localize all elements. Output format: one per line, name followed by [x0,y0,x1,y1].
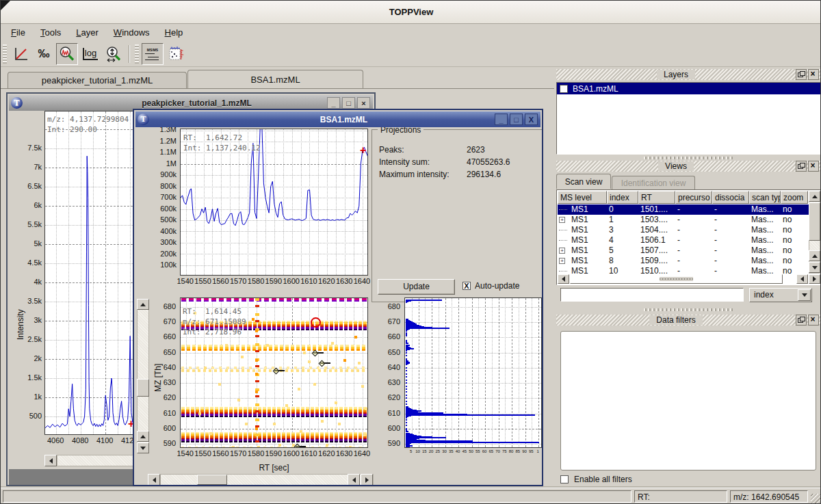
close-button[interactable]: × [357,97,370,109]
status-rt: RT: [634,490,727,503]
table-cell: - [675,204,712,215]
scroll-down-button[interactable] [809,262,820,273]
app-title-bar[interactable]: TOPPView [1,1,821,24]
scan-search-input[interactable] [560,288,744,302]
table-row[interactable]: MS101501....--Mas...no [558,204,809,215]
reset-axes-button[interactable] [10,43,31,65]
auto-update-checkbox[interactable] [462,282,471,290]
minimize-button[interactable]: _ [495,114,508,125]
gridline [499,298,499,447]
resize-grip[interactable] [811,494,820,503]
dropdown-arrow-icon[interactable] [798,289,811,301]
projection-bar [406,397,407,399]
expand-icon[interactable]: + [559,217,565,223]
scrollbar-thumb[interactable] [809,202,820,241]
column-header-index[interactable]: index [607,191,638,204]
heatmap-horizontal-scrollbar[interactable] [160,474,374,486]
gridline [505,298,506,447]
menu-tools[interactable]: Tools [33,25,68,40]
log-intensity-button[interactable]: log [79,43,101,65]
search-column-dropdown[interactable]: index [749,288,812,302]
gridline [485,298,486,447]
column-header-scan-typ[interactable]: scan typ [749,191,781,204]
gridline [465,298,466,447]
tick-label: 10 [415,449,420,453]
zoom-mode-button[interactable] [56,43,78,65]
data-filters-list[interactable] [560,331,816,470]
float-panel-icon[interactable] [796,69,807,80]
menu-layer[interactable]: Layer [68,25,106,40]
scrollbar-thumb[interactable] [570,274,783,284]
maximize-button[interactable]: □ [510,114,523,125]
window-bsa1[interactable]: T BSA1.mzML _ □ X 1.3M1.2M1.1M1M900k800k… [133,109,543,486]
scroll-up-button[interactable] [809,191,820,202]
table-cell: no [781,215,808,225]
panel-splitter[interactable] [644,157,733,159]
mz-projection-canvas[interactable] [404,297,542,448]
scroll-right-button[interactable] [809,274,820,284]
table-cell: 8 [607,256,638,266]
close-panel-icon[interactable] [808,69,819,80]
layer-item-bsa1[interactable]: BSA1.mzML [557,83,821,94]
column-header-dissocia[interactable]: dissocia [712,191,749,204]
table-cell: MS1 [569,235,607,246]
status-mz: m/z: 1642.690545 [730,490,808,503]
y-zoom-button[interactable] [103,43,125,65]
scroll-left-button[interactable] [148,474,160,486]
scroll-left-button-2[interactable] [348,474,360,486]
toolbar-separator [129,45,129,63]
tick-label: 2.5k [27,335,42,343]
msms-view-button[interactable]: MS/MS [142,43,164,65]
close-panel-icon[interactable] [808,315,819,326]
float-panel-icon[interactable] [796,161,807,172]
scan-table[interactable]: MS levelindexRTprecursodissociascan typz… [556,189,821,285]
dot-plot-button[interactable] [165,43,187,65]
intensity-permille-button[interactable]: ‰ [33,43,55,65]
scroll-left-button-2[interactable] [796,274,808,284]
expand-icon[interactable]: + [559,258,565,264]
float-panel-icon[interactable] [796,315,807,326]
toolbar-handle[interactable] [3,44,7,64]
expand-icon[interactable]: + [559,248,565,254]
tab-identification-view[interactable]: Identification view [612,176,695,189]
close-panel-icon[interactable] [808,161,819,172]
minimize-button[interactable]: _ [327,97,340,109]
tick-label: 95 [529,449,534,453]
layers-panel-header[interactable]: Layers [556,69,820,80]
column-header-rt[interactable]: RT [638,191,675,204]
tab-scan-view[interactable]: Scan view [556,174,611,189]
tab-bsa1[interactable]: BSA1.mzML [187,70,363,88]
window-title-bar[interactable]: T BSA1.mzML _ □ X [135,111,540,127]
tick-label: 4.5k [27,258,42,267]
tick-label: 670 [388,317,400,326]
column-header-ms-level[interactable]: MS level [558,191,607,204]
scrollbar-thumb[interactable] [197,475,227,485]
menu-file[interactable]: File [3,25,33,40]
scroll-left-button[interactable] [558,274,569,284]
tab-peakpicker-tutorial[interactable]: peakpicker_tutorial_1.mzML [8,72,187,88]
scroll-up-button-2[interactable] [809,250,820,261]
column-header-zoom[interactable]: zoom [781,191,808,204]
toolbar-handle[interactable] [135,44,139,64]
table-cell: MS1 [569,225,607,235]
tick-label: 7k [34,163,42,171]
table-row[interactable]: +MS181509....--Mas...no [558,256,809,266]
table-row[interactable]: +MS111503....--Mas...no [558,215,809,225]
enable-all-filters-checkbox[interactable] [560,475,569,483]
scroll-right-button[interactable] [361,474,373,486]
table-row[interactable]: MS131504....--Mas...no [558,225,809,235]
maximize-button[interactable]: □ [342,97,355,109]
close-button[interactable]: X [525,114,538,125]
column-header-precurso[interactable]: precurso [675,191,712,204]
table-row[interactable]: MS141506.1--Mas...no [558,235,809,246]
layers-list[interactable]: BSA1.mzML [556,82,821,155]
data-filters-panel-header[interactable]: Data filters [556,315,820,326]
scroll-left-button[interactable] [44,455,57,466]
views-panel-header[interactable]: Views [556,161,820,172]
tick-label: 15 [422,449,427,453]
panel-splitter[interactable] [644,308,733,311]
menu-help[interactable]: Help [157,25,191,40]
layer-visibility-checkbox[interactable] [560,85,568,93]
menu-windows[interactable]: Windows [106,25,157,40]
table-row[interactable]: +MS151507....--Mas...no [558,246,809,256]
